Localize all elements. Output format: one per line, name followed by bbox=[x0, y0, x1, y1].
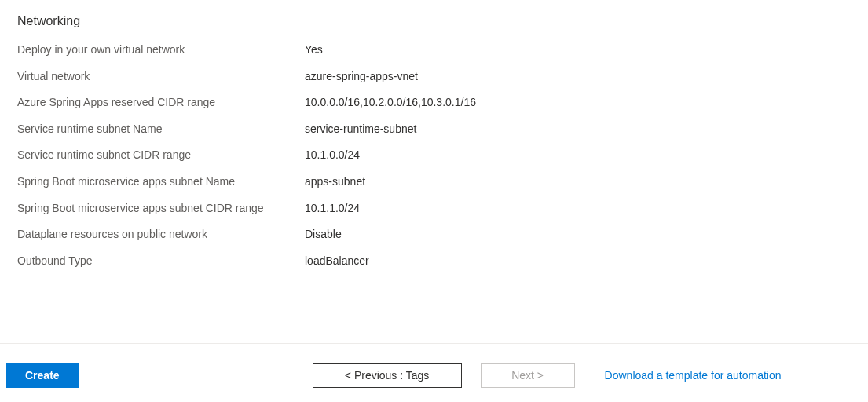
field-label: Service runtime subnet Name bbox=[17, 122, 305, 137]
field-row: Dataplane resources on public network Di… bbox=[17, 227, 851, 243]
field-value: Disable bbox=[305, 227, 342, 243]
field-value: 10.1.1.0/24 bbox=[305, 201, 360, 217]
field-row: Azure Spring Apps reserved CIDR range 10… bbox=[17, 95, 851, 111]
field-label: Dataplane resources on public network bbox=[17, 227, 305, 243]
download-template-link[interactable]: Download a template for automation bbox=[605, 369, 782, 382]
field-row: Service runtime subnet CIDR range 10.1.0… bbox=[17, 148, 851, 163]
field-value: 10.1.0.0/24 bbox=[305, 148, 360, 163]
field-row: Spring Boot microservice apps subnet Nam… bbox=[17, 174, 851, 190]
field-row: Spring Boot microservice apps subnet CID… bbox=[17, 201, 851, 217]
create-button[interactable]: Create bbox=[6, 363, 79, 388]
field-label: Virtual network bbox=[17, 69, 305, 85]
field-row: Service runtime subnet Name service-runt… bbox=[17, 122, 851, 137]
previous-button[interactable]: < Previous : Tags bbox=[313, 363, 462, 388]
field-label: Service runtime subnet CIDR range bbox=[17, 148, 305, 163]
field-label: Deploy in your own virtual network bbox=[17, 42, 305, 58]
field-row: Virtual network azure-spring-apps-vnet bbox=[17, 69, 851, 85]
field-value: azure-spring-apps-vnet bbox=[305, 69, 418, 85]
field-value: service-runtime-subnet bbox=[305, 122, 416, 137]
field-label: Spring Boot microservice apps subnet Nam… bbox=[17, 174, 305, 190]
field-label: Outbound Type bbox=[17, 254, 305, 269]
field-value: 10.0.0.0/16,10.2.0.0/16,10.3.0.1/16 bbox=[305, 95, 476, 111]
next-button[interactable]: Next > bbox=[481, 363, 575, 388]
section-title: Networking bbox=[17, 14, 851, 28]
field-value: Yes bbox=[305, 42, 323, 58]
field-row: Deploy in your own virtual network Yes bbox=[17, 42, 851, 58]
field-value: apps-subnet bbox=[305, 174, 365, 190]
field-value: loadBalancer bbox=[305, 254, 369, 269]
field-label: Spring Boot microservice apps subnet CID… bbox=[17, 201, 305, 217]
footer-bar: Create < Previous : Tags Next > Download… bbox=[0, 343, 868, 402]
field-row: Outbound Type loadBalancer bbox=[17, 254, 851, 269]
field-label: Azure Spring Apps reserved CIDR range bbox=[17, 95, 305, 111]
